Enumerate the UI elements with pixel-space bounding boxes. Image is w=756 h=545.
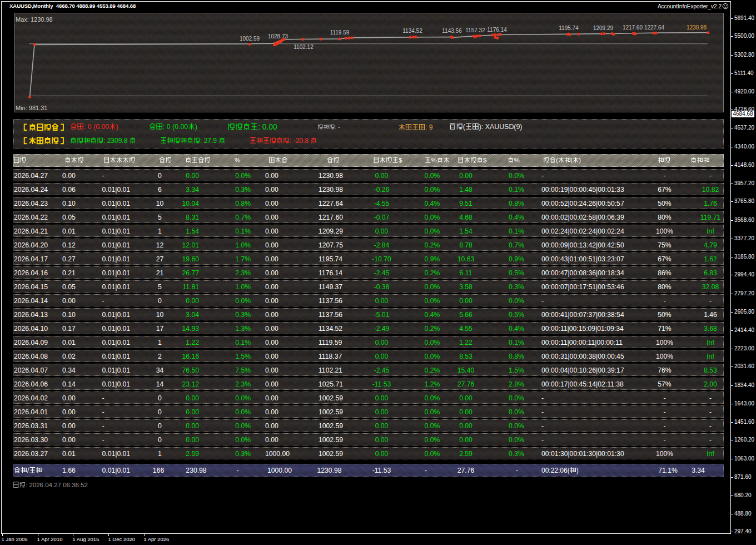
svg-text:1134.52: 1134.52 (402, 28, 422, 34)
svg-text:|: | (571, 157, 573, 164)
svg-text:1227.64: 1227.64 (644, 24, 665, 31)
svg-text:: -20.8: : -20.8 (290, 137, 309, 145)
svg-text:%: % (235, 157, 240, 164)
svg-text:1143.56: 1143.56 (442, 28, 462, 34)
svg-text:: 2309.8: : 2309.8 (103, 137, 128, 145)
svg-text:1002.59: 1002.59 (240, 36, 260, 42)
svg-text:%: % (514, 157, 520, 164)
svg-text:1176.14: 1176.14 (487, 27, 507, 33)
svg-text:: 0.00: : 0.00 (258, 123, 277, 131)
svg-text:$: $ (483, 157, 487, 164)
svg-text:$: $ (399, 157, 402, 164)
svg-text:): ) (195, 123, 197, 131)
svg-text:(: ( (463, 123, 466, 131)
svg-text:1217.60: 1217.60 (623, 24, 643, 31)
svg-text:%: % (431, 157, 437, 164)
svg-text:1102.12: 1102.12 (294, 44, 314, 50)
svg-text:: 2026.04.27 06:36:52: : 2026.04.27 06:36:52 (26, 482, 88, 488)
svg-text:: 9: : 9 (425, 123, 433, 131)
svg-text:1028.73: 1028.73 (268, 33, 289, 39)
svg-text:): ) (116, 123, 118, 131)
svg-text:: 0 (0.00: : 0 (0.00 (84, 123, 110, 131)
svg-text:1209.29: 1209.29 (593, 25, 614, 31)
svg-text:1119.59: 1119.59 (330, 29, 350, 36)
svg-text:/: / (27, 467, 29, 474)
svg-text:Min: 981.31: Min: 981.31 (16, 105, 47, 111)
svg-text:): XAUUSD(9): ): XAUUSD(9) (479, 123, 523, 131)
svg-text:): ) (579, 157, 581, 164)
svg-text:1195.74: 1195.74 (559, 25, 579, 31)
svg-text:1230.98: 1230.98 (687, 24, 707, 31)
svg-text:: 27.9: : 27.9 (200, 137, 217, 145)
svg-text:(: ( (556, 157, 558, 164)
svg-text:): ) (576, 467, 579, 474)
svg-text:: -: : - (335, 123, 341, 130)
svg-text:: 0 (0.00: : 0 (0.00 (162, 123, 188, 131)
svg-text:1157.32: 1157.32 (465, 27, 485, 33)
svg-text:Max: 1230.98: Max: 1230.98 (16, 16, 53, 23)
svg-text:00:22:06(: 00:22:06( (541, 467, 570, 474)
